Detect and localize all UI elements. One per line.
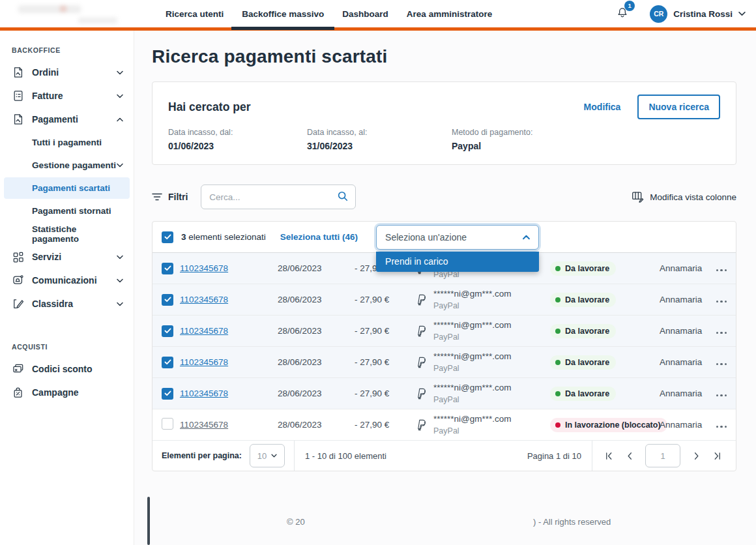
table-row: 1102345678 28/06/2023 - 27,90 € ******ni… <box>153 409 736 441</box>
avatar: CR <box>650 5 667 23</box>
status-badge: Da lavorare <box>550 387 616 401</box>
filter-bar: Filtri Modifica vista colonne <box>152 184 736 209</box>
tab-ricerca-utenti[interactable]: Ricerca utenti <box>164 1 225 27</box>
user-menu[interactable]: CR Cristina Rossi <box>650 5 746 23</box>
status-badge: Da lavorare <box>550 324 616 338</box>
tab-dashboard[interactable]: Dashboard <box>341 1 390 27</box>
topbar-right: 1 CR Cristina Rossi <box>616 5 746 23</box>
row-actions-button[interactable] <box>703 295 727 304</box>
payment-amount: - 27,90 € <box>355 326 416 336</box>
payment-date: 28/06/2023 <box>278 326 355 336</box>
payer-email: ******ni@gm***.com <box>433 320 512 331</box>
prev-page-button[interactable] <box>620 446 639 465</box>
sidebar-item-comunicazioni[interactable]: Comunicazioni <box>0 269 134 292</box>
chevron-up-icon <box>523 235 530 240</box>
sidebar-item-label: Comunicazioni <box>32 275 97 286</box>
select-all-link[interactable]: Seleziona tutti (46) <box>280 232 358 242</box>
action-menu-item-prendi-in-carico[interactable]: Prendi in carico <box>376 252 539 272</box>
payment-id-link[interactable]: 1102345678 <box>180 389 228 398</box>
sidebar-item-label: Campagne <box>32 387 79 398</box>
table-row: 1102345678 28/06/2023 - 27,90 € ******ni… <box>153 347 736 378</box>
row-actions-button[interactable] <box>703 420 727 430</box>
payer-email: ******ni@gm***.com <box>433 414 512 425</box>
status-text: Da lavorare <box>565 389 609 398</box>
payment-id-link[interactable]: 1102345678 <box>180 295 228 304</box>
chevron-down-icon <box>117 94 123 98</box>
row-actions-button[interactable] <box>703 389 727 398</box>
document-icon <box>12 113 25 126</box>
sidebar-item-gestione-pagamenti[interactable]: Gestione pagamenti <box>0 154 134 177</box>
sidebar-item-campagne[interactable]: Campagne <box>0 381 134 404</box>
sidebar-item-classidra[interactable]: Classidra <box>0 292 134 316</box>
sidebar-item-tutti-i-pagamenti[interactable]: Tutti i pagamenti <box>0 131 134 154</box>
filters-label: Filtri <box>168 192 188 202</box>
status-text: Da lavorare <box>565 327 609 336</box>
search-icon[interactable] <box>337 190 349 202</box>
page-input[interactable] <box>645 444 680 467</box>
row-checkbox[interactable] <box>162 418 173 430</box>
selection-count-number: 3 <box>181 232 186 242</box>
sidebar-item-fatture[interactable]: Fatture <box>0 84 134 108</box>
table-rows: 1102345678 28/06/2023 - 27,90 € ******ni… <box>153 253 736 441</box>
sidebar-item-pagamenti-scartati[interactable]: Pagamenti scartati <box>4 177 130 199</box>
notifications-button[interactable]: 1 <box>616 6 629 22</box>
tab-area-amministratore[interactable]: Area amministratore <box>405 1 493 27</box>
status-dot-icon <box>555 297 560 302</box>
next-page-button[interactable] <box>686 446 706 465</box>
scrollbar-thumb[interactable] <box>147 497 150 545</box>
row-actions-button[interactable] <box>703 326 727 336</box>
payment-id-link[interactable]: 1102345678 <box>180 326 228 336</box>
per-page-select[interactable]: 10 <box>250 444 285 467</box>
sidebar-item-pagamenti[interactable]: Pagamenti <box>0 108 134 131</box>
action-select-trigger[interactable]: Seleziona un'azione <box>376 225 539 250</box>
field-value: 01/06/2023 <box>168 141 307 151</box>
payment-id-link[interactable]: 1102345678 <box>180 420 228 430</box>
first-page-button[interactable] <box>599 446 618 465</box>
last-page-button[interactable] <box>707 446 727 465</box>
table-row: 1102345678 28/06/2023 - 27,90 € ******ni… <box>153 284 736 316</box>
nuova-ricerca-button[interactable]: Nuova ricerca <box>637 95 720 119</box>
row-checkbox[interactable] <box>162 357 173 368</box>
top-nav: Ricerca utenti Backoffice massivo Dashbo… <box>164 1 493 27</box>
row-actions-button[interactable] <box>703 263 727 273</box>
logo-blur <box>78 18 117 23</box>
select-all-checkbox[interactable] <box>162 231 173 243</box>
filters-button[interactable]: Filtri <box>152 192 188 202</box>
results-table: 3 elementi selezionati Seleziona tutti (… <box>152 221 736 471</box>
sidebar-item-label: Classidra <box>32 299 73 309</box>
status-text: Da lavorare <box>565 358 609 367</box>
row-checkbox[interactable] <box>162 325 173 337</box>
edit-columns-button[interactable]: Modifica vista colonne <box>632 191 736 203</box>
field-value: 31/06/2023 <box>307 141 452 151</box>
sidebar-item-label: Pagamenti scartati <box>32 183 110 193</box>
row-checkbox[interactable] <box>162 294 173 306</box>
sidebar-item-servizi[interactable]: Servizi <box>0 245 134 269</box>
main-content: Ricerca pagamenti scartati Hai cercato p… <box>134 31 756 545</box>
row-checkbox[interactable] <box>162 388 173 400</box>
pagination-bar: Elementi per pagina: 10 1 - 10 di 100 el… <box>153 441 736 471</box>
search-field: Metodo di pagamento: Paypal <box>452 128 590 151</box>
table-row: 1102345678 28/06/2023 - 27,90 € ******ni… <box>153 316 736 347</box>
first-page-icon <box>604 451 614 461</box>
payment-amount: - 27,90 € <box>355 389 416 398</box>
row-actions-button[interactable] <box>703 357 727 367</box>
grid-icon <box>12 250 25 263</box>
chevron-down-icon <box>117 163 123 168</box>
payment-id-link[interactable]: 1102345678 <box>180 357 228 367</box>
range-text: 1 - 10 di 100 elementi <box>305 451 386 461</box>
payment-method-label: PayPal <box>433 364 512 373</box>
operator-name: Annamaria <box>660 389 703 398</box>
per-page-value: 10 <box>257 451 267 461</box>
modifica-link[interactable]: Modifica <box>584 102 621 112</box>
status-dot-icon <box>555 329 560 334</box>
footer: © 20 ) - All rights reserved <box>152 508 736 540</box>
payer-email: ******ni@gm***.com <box>433 289 512 300</box>
row-checkbox[interactable] <box>162 263 173 274</box>
tab-backoffice-massivo[interactable]: Backoffice massivo <box>240 1 325 27</box>
search-input[interactable] <box>201 184 356 209</box>
sidebar-item-ordini[interactable]: Ordini <box>0 61 134 84</box>
sidebar-item-statistiche-pagamento[interactable]: Statistiche pagamento <box>0 222 134 245</box>
sidebar-item-codici-sconto[interactable]: Codici sconto <box>0 357 134 381</box>
sidebar-item-pagamenti-stornati[interactable]: Pagamenti stornati <box>0 199 134 222</box>
payment-id-link[interactable]: 1102345678 <box>180 263 228 273</box>
